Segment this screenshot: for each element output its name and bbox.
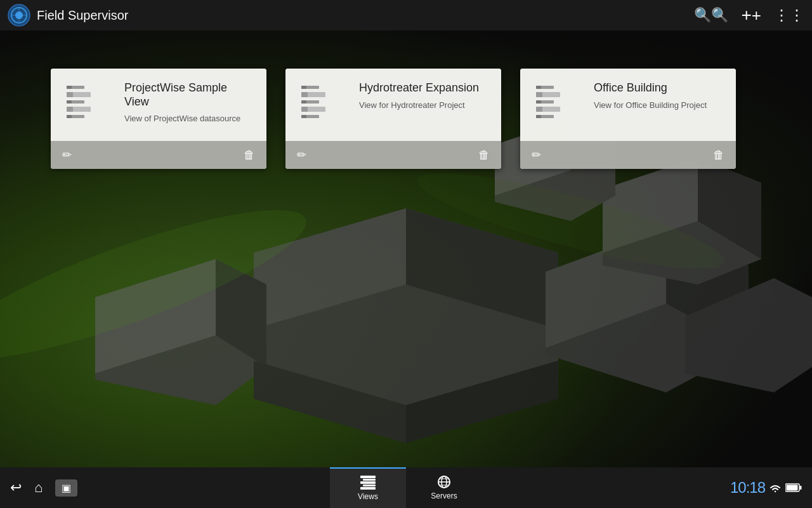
- svg-rect-57: [363, 485, 376, 486]
- card-subtitle-1: View of ProjectWise datasource: [124, 114, 254, 123]
- card-title-1: ProjectWise Sample View: [124, 81, 254, 109]
- card-body-2: Hydrotreater Expansion View for Hydrotre…: [285, 69, 501, 141]
- card-subtitle-2: View for Hydrotreater Project: [359, 100, 488, 110]
- card-icon-3: [533, 81, 584, 126]
- delete-icon-2[interactable]: 🗑: [478, 149, 490, 162]
- card-hydrotreater[interactable]: Hydrotreater Expansion View for Hydrotre…: [285, 69, 501, 169]
- card-title-2: Hydrotreater Expansion: [359, 81, 488, 95]
- systembar-left: ↩ ⌂ ▣: [0, 479, 330, 497]
- svg-rect-41: [301, 107, 308, 112]
- svg-rect-49: [536, 100, 541, 104]
- more-options-icon[interactable]: ⋮: [774, 6, 804, 24]
- svg-rect-39: [301, 100, 306, 104]
- svg-rect-53: [536, 115, 541, 118]
- card-text-1: ProjectWise Sample View View of ProjectW…: [124, 81, 254, 123]
- card-title-3: Office Building: [594, 81, 723, 95]
- system-clock: 10:18: [730, 479, 765, 497]
- add-icon[interactable]: +: [741, 5, 761, 25]
- delete-icon-1[interactable]: 🗑: [244, 149, 255, 162]
- bottom-tabs: Views Servers: [330, 467, 482, 508]
- card-body-1: ProjectWise Sample View View of ProjectW…: [51, 69, 266, 141]
- edit-icon-1[interactable]: ✏: [62, 148, 72, 162]
- search-icon[interactable]: 🔍: [694, 7, 728, 23]
- card-body-3: Office Building View for Office Building…: [520, 69, 736, 141]
- svg-rect-45: [536, 86, 541, 89]
- bottom-nav: ↩ ⌂ ▣ Views Servers: [0, 467, 812, 508]
- svg-rect-51: [536, 107, 542, 112]
- recents-button[interactable]: ▣: [55, 479, 77, 497]
- svg-rect-56: [360, 481, 376, 484]
- views-tab-icon: [360, 476, 376, 490]
- topbar-actions: 🔍 + ⋮: [694, 5, 804, 25]
- card-footer-2: ✏ 🗑: [285, 141, 501, 169]
- card-footer-1: ✏ 🗑: [51, 141, 266, 169]
- svg-rect-55: [363, 479, 376, 481]
- svg-rect-66: [787, 485, 798, 491]
- card-icon-2: [298, 81, 349, 126]
- svg-rect-27: [67, 92, 73, 97]
- svg-rect-47: [536, 92, 542, 97]
- svg-rect-58: [360, 487, 376, 490]
- svg-rect-25: [67, 86, 72, 89]
- card-projectwise[interactable]: ProjectWise Sample View View of ProjectW…: [51, 69, 266, 169]
- servers-tab-icon: [436, 475, 452, 489]
- svg-rect-65: [800, 486, 802, 490]
- card-footer-3: ✏ 🗑: [520, 141, 736, 169]
- tab-servers[interactable]: Servers: [406, 467, 482, 508]
- svg-rect-54: [360, 476, 376, 478]
- card-icon-1: [63, 81, 114, 126]
- systembar-right: 10:18: [482, 479, 812, 497]
- main-content: ProjectWise Sample View View of ProjectW…: [0, 30, 812, 467]
- edit-icon-3[interactable]: ✏: [532, 148, 541, 162]
- card-text-3: Office Building View for Office Building…: [594, 81, 723, 110]
- svg-rect-35: [301, 86, 306, 89]
- svg-rect-29: [67, 100, 72, 104]
- svg-rect-31: [67, 107, 73, 112]
- home-button[interactable]: ⌂: [34, 479, 43, 496]
- card-text-2: Hydrotreater Expansion View for Hydrotre…: [359, 81, 488, 110]
- servers-tab-label: Servers: [431, 491, 457, 500]
- app-title: Field Supervisor: [37, 8, 694, 23]
- delete-icon-3[interactable]: 🗑: [713, 149, 724, 162]
- back-button[interactable]: ↩: [10, 479, 22, 496]
- edit-icon-2[interactable]: ✏: [297, 148, 306, 162]
- wifi-icon: [769, 483, 782, 493]
- card-subtitle-3: View for Office Building Project: [594, 100, 723, 110]
- views-tab-label: Views: [358, 492, 378, 501]
- battery-icon: [785, 483, 802, 492]
- tab-views[interactable]: Views: [330, 467, 406, 508]
- svg-rect-33: [67, 115, 72, 118]
- app-logo: [8, 4, 30, 27]
- svg-rect-43: [301, 115, 306, 118]
- svg-rect-37: [301, 92, 308, 97]
- topbar: Field Supervisor 🔍 + ⋮: [0, 0, 812, 30]
- card-office-building[interactable]: Office Building View for Office Building…: [520, 69, 736, 169]
